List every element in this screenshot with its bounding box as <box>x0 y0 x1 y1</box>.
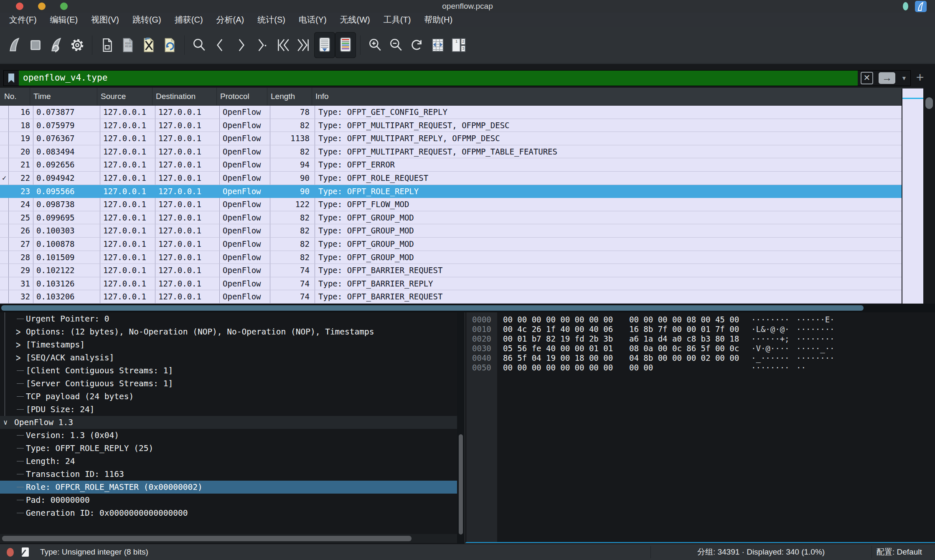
column-header-protocol[interactable]: Protocol <box>217 88 267 105</box>
menubar-status-icon[interactable] <box>903 2 908 10</box>
detail-hscrollbar-thumb[interactable] <box>2 536 412 541</box>
packet-row[interactable]: 320.103206127.0.0.1127.0.0.1OpenFlow74Ty… <box>0 290 902 304</box>
go-forward-icon[interactable] <box>231 32 252 58</box>
tree-item[interactable]: >[Timestamps] <box>0 338 465 351</box>
go-to-packet-icon[interactable] <box>252 32 272 58</box>
packet-row[interactable]: 260.100303127.0.0.1127.0.0.1OpenFlow82Ty… <box>0 224 902 238</box>
tree-item[interactable]: Length: 24 <box>0 455 465 468</box>
packet-row[interactable]: 200.083494127.0.0.1127.0.0.1OpenFlow82Ty… <box>0 145 902 159</box>
packet-list-hscrollbar-thumb[interactable] <box>1 305 864 311</box>
status-packet-counts: 分组: 34391 · Displayed: 340 (1.0%) <box>650 544 871 560</box>
packet-row[interactable]: 210.092656127.0.0.1127.0.0.1OpenFlow94Ty… <box>0 158 902 172</box>
auto-scroll-icon[interactable] <box>314 32 335 58</box>
menu-item-2[interactable]: 视图(V) <box>84 13 126 27</box>
filter-bookmark-button[interactable] <box>4 71 19 86</box>
menu-item-3[interactable]: 跳转(G) <box>126 13 168 27</box>
filter-history-dropdown[interactable]: ▼ <box>898 71 910 86</box>
zoom-reset-icon[interactable] <box>407 32 427 58</box>
wireshark-dock-icon[interactable] <box>915 1 927 12</box>
packet-row[interactable]: 270.100878127.0.0.1127.0.0.1OpenFlow82Ty… <box>0 238 902 251</box>
menu-item-6[interactable]: 统计(S) <box>251 13 292 27</box>
go-back-icon[interactable] <box>210 32 231 58</box>
packet-row[interactable]: ✓220.094942127.0.0.1127.0.0.1OpenFlow90T… <box>0 172 902 185</box>
status-profile[interactable]: 配置: Default <box>877 544 922 560</box>
layout-icon[interactable]: 123 <box>448 32 469 58</box>
tree-item[interactable]: [Server Contiguous Streams: 1] <box>0 377 465 390</box>
tree-item[interactable]: Pad: 00000000 <box>0 494 465 507</box>
tree-item[interactable]: Urgent Pointer: 0 <box>0 312 465 325</box>
packet-row[interactable]: 310.103126127.0.0.1127.0.0.1OpenFlow74Ty… <box>0 277 902 291</box>
restart-capture-icon[interactable] <box>46 32 67 58</box>
packet-row[interactable]: 190.076367127.0.0.1127.0.0.1OpenFlow1138… <box>0 132 902 145</box>
colorize-icon[interactable] <box>335 32 356 58</box>
tree-item[interactable]: [PDU Size: 24] <box>0 403 465 416</box>
close-file-icon[interactable] <box>138 32 159 58</box>
packet-list-hscrollbar[interactable] <box>0 304 935 312</box>
tree-item[interactable]: ∨OpenFlow 1.3 <box>0 416 465 429</box>
detail-vscrollbar[interactable] <box>457 312 465 544</box>
tree-item[interactable]: [Client Contiguous Streams: 1] <box>0 364 465 377</box>
hex-line[interactable]: 003005 56 fe 40 00 00 01 0108 0a 00 0c 8… <box>466 344 935 353</box>
start-capture-icon[interactable] <box>4 32 25 58</box>
capture-comment-icon[interactable] <box>22 547 29 557</box>
tree-item-selected[interactable]: Role: OFPCR_ROLE_MASTER (0x00000002) <box>0 481 465 494</box>
detail-vscrollbar-thumb[interactable] <box>459 434 463 535</box>
packet-row-selected[interactable]: 230.095566127.0.0.1127.0.0.1OpenFlow90Ty… <box>0 185 902 198</box>
column-header-info[interactable]: Info <box>312 88 935 105</box>
expander-open-icon[interactable]: ∨ <box>3 416 8 429</box>
tree-item[interactable]: >Options: (12 bytes), No-Operation (NOP)… <box>0 325 465 338</box>
packet-row[interactable]: 240.098738127.0.0.1127.0.0.1OpenFlow122T… <box>0 198 902 211</box>
tree-item[interactable]: Version: 1.3 (0x04) <box>0 429 465 442</box>
menu-item-9[interactable]: 工具(T) <box>377 13 418 27</box>
hex-line[interactable]: 002000 01 b7 82 19 fd 2b 3ba6 1a d4 a0 c… <box>466 334 935 344</box>
capture-options-gear-icon[interactable] <box>67 32 88 58</box>
save-file-icon[interactable]: 01010110 <box>117 32 138 58</box>
menu-item-4[interactable]: 捕获(C) <box>168 13 210 27</box>
filter-apply-button[interactable]: → <box>876 71 898 86</box>
zoom-out-icon[interactable] <box>386 32 407 58</box>
filter-clear-button[interactable]: ✕ <box>858 71 876 86</box>
packet-list-minimap[interactable] <box>902 89 923 304</box>
hex-line[interactable]: 000000 00 00 00 00 00 00 0000 00 00 00 0… <box>466 315 935 324</box>
packet-row[interactable]: 280.101509127.0.0.1127.0.0.1OpenFlow82Ty… <box>0 251 902 264</box>
column-header-time[interactable]: Time <box>30 88 97 105</box>
zoom-in-icon[interactable] <box>365 32 386 58</box>
packet-row[interactable]: 290.102122127.0.0.1127.0.0.1OpenFlow74Ty… <box>0 264 902 277</box>
find-packet-icon[interactable] <box>189 32 210 58</box>
menu-item-8[interactable]: 无线(W) <box>333 13 377 27</box>
filter-add-button[interactable]: + <box>912 70 927 85</box>
menu-item-0[interactable]: 文件(F) <box>3 13 43 27</box>
column-header-destination[interactable]: Destination <box>152 88 217 105</box>
reload-file-icon[interactable] <box>159 32 180 58</box>
packet-list-vscrollbar-thumb[interactable] <box>925 97 933 109</box>
packet-list-vscrollbar[interactable] <box>923 88 935 304</box>
packet-row[interactable]: 250.099695127.0.0.1127.0.0.1OpenFlow82Ty… <box>0 211 902 225</box>
cell-no: 21 <box>9 158 33 171</box>
column-header-length[interactable]: Length <box>267 88 312 105</box>
resize-columns-icon[interactable] <box>427 32 448 58</box>
go-first-icon[interactable] <box>272 32 293 58</box>
display-filter-input[interactable]: openflow_v4.type <box>19 71 858 86</box>
packet-row[interactable]: 160.073877127.0.0.1127.0.0.1OpenFlow78Ty… <box>0 106 902 119</box>
menu-item-1[interactable]: 编辑(E) <box>43 13 85 27</box>
hex-offset: 0030 <box>472 344 491 353</box>
open-file-icon[interactable] <box>97 32 117 58</box>
menu-item-7[interactable]: 电话(Y) <box>292 13 333 27</box>
go-last-icon[interactable] <box>293 32 314 58</box>
hex-line[interactable]: 005000 00 00 00 00 00 00 0000 00········… <box>466 363 935 372</box>
menu-item-5[interactable]: 分析(A) <box>210 13 251 27</box>
tree-item[interactable]: Type: OFPT_ROLE_REPLY (25) <box>0 442 465 455</box>
stop-capture-icon[interactable] <box>25 32 46 58</box>
column-header-no[interactable]: No. <box>0 88 30 105</box>
hex-line[interactable]: 004086 5f 04 19 00 18 00 0004 8b 00 00 0… <box>466 353 935 363</box>
detail-hscrollbar[interactable] <box>0 534 457 543</box>
expert-info-icon[interactable] <box>7 548 14 557</box>
tree-item[interactable]: >[SEQ/ACK analysis] <box>0 351 465 364</box>
packet-row[interactable]: 180.075979127.0.0.1127.0.0.1OpenFlow82Ty… <box>0 119 902 132</box>
column-header-source[interactable]: Source <box>97 88 152 105</box>
hex-line[interactable]: 001000 4c 26 1f 40 00 40 0616 8b 7f 00 0… <box>466 324 935 334</box>
tree-item[interactable]: TCP payload (24 bytes) <box>0 390 465 403</box>
tree-item[interactable]: Transaction ID: 1163 <box>0 468 465 481</box>
menu-item-10[interactable]: 帮助(H) <box>417 13 459 27</box>
tree-item[interactable]: Generation ID: 0x0000000000000000 <box>0 507 465 519</box>
